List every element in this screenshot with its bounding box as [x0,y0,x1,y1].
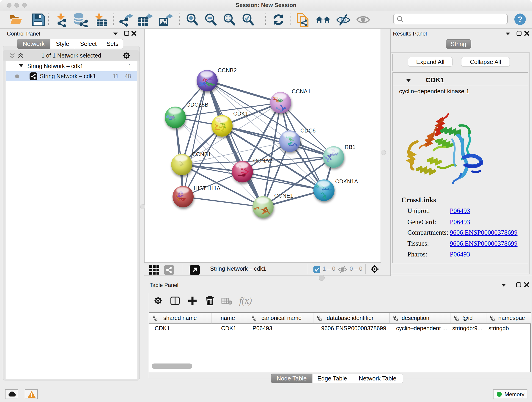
svg-text:CCNB1: CCNB1 [192,151,211,157]
svg-text:RB1: RB1 [345,144,355,150]
svg-text:CCNE1: CCNE1 [274,192,293,199]
svg-text:?: ? [518,15,523,23]
svg-text:CDC6: CDC6 [300,128,316,134]
svg-text:CDKN1A: CDKN1A [335,178,358,185]
svg-text:CCNA2: CCNA2 [253,157,272,164]
svg-text:CDK1: CDK1 [233,110,248,117]
svg-text:CCNB2: CCNB2 [218,67,237,73]
svg-text:CCNA1: CCNA1 [292,88,311,95]
svg-text:CDC25B: CDC25B [186,102,209,108]
svg-text:HIST1H1A: HIST1H1A [194,185,221,191]
